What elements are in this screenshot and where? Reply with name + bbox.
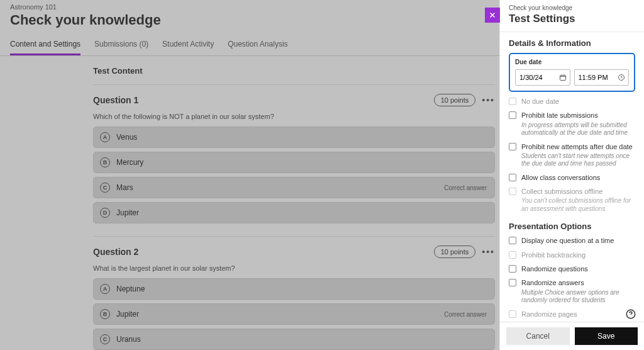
correct-tag: Correct answer xyxy=(444,184,487,191)
collect-offline-check: Collect submissions offlineYou can't col… xyxy=(509,187,635,213)
answer-choice[interactable]: CUranus xyxy=(93,329,495,350)
prohibit-back-check: Prohibit backtracking xyxy=(509,251,635,259)
question-title: Question 1 xyxy=(93,95,138,105)
close-button[interactable] xyxy=(485,8,500,23)
tab-student-activity[interactable]: Student Activity xyxy=(162,35,214,55)
rand-q-check[interactable]: Randomize questions xyxy=(509,264,635,273)
settings-panel: Check your knowledge Test Settings Detai… xyxy=(499,0,644,350)
question-prompt: Which of the following is NOT a planet i… xyxy=(93,113,495,120)
question-block: Question 2 10 points ••• What is the lar… xyxy=(93,236,495,350)
answer-choice[interactable]: CMarsCorrect answer xyxy=(93,177,495,198)
panel-kicker: Check your knowledge xyxy=(509,4,635,11)
choice-label: Neptune xyxy=(116,285,145,293)
due-date-fieldgroup: Due date xyxy=(509,53,635,92)
prohibit-late-check[interactable]: Prohibit late submissionsIn progress att… xyxy=(509,111,635,137)
choice-label: Uranus xyxy=(116,335,141,344)
calendar-icon xyxy=(559,74,567,81)
rand-pages-check: Randomize pages xyxy=(509,310,635,319)
question-title: Question 2 xyxy=(93,247,138,257)
details-title: Details & Information xyxy=(509,38,635,48)
due-date-legend: Due date xyxy=(515,59,629,65)
display-one-check[interactable]: Display one question at a time xyxy=(509,236,635,245)
answer-choice[interactable]: DJupiter xyxy=(93,202,495,223)
choice-label: Venus xyxy=(116,133,137,142)
allow-class-check[interactable]: Allow class conversations xyxy=(509,173,635,182)
choice-letter: C xyxy=(100,334,110,344)
rand-a-check[interactable]: Randomize answersMultiple Choice answer … xyxy=(509,278,635,304)
choice-label: Jupiter xyxy=(116,208,139,217)
more-icon[interactable]: ••• xyxy=(482,247,495,257)
test-content-title: Test Content xyxy=(93,66,495,76)
cancel-button[interactable]: Cancel xyxy=(506,327,570,345)
tab-question-analysis[interactable]: Question Analysis xyxy=(228,35,287,55)
question-block: Question 1 10 points ••• Which of the fo… xyxy=(93,84,495,236)
panel-title: Test Settings xyxy=(509,13,635,25)
answer-choice[interactable]: BJupiterCorrect answer xyxy=(93,303,495,325)
points-pill[interactable]: 10 points xyxy=(434,246,476,258)
correct-tag: Correct answer xyxy=(444,311,487,318)
prohibit-new-check[interactable]: Prohibit new attempts after due dateStud… xyxy=(509,142,635,168)
choice-letter: B xyxy=(100,309,110,319)
choice-label: Mars xyxy=(116,183,133,192)
question-prompt: What is the largest planet in our solar … xyxy=(93,264,495,272)
choice-letter: C xyxy=(100,183,110,193)
tab-content-settings[interactable]: Content and Settings xyxy=(10,35,80,55)
choice-letter: D xyxy=(100,208,110,218)
answer-choice[interactable]: BMercury xyxy=(93,152,495,173)
answer-choice[interactable]: AVenus xyxy=(93,127,495,148)
choice-label: Mercury xyxy=(116,158,143,167)
no-due-date-check: No due date xyxy=(509,97,635,106)
choice-label: Jupiter xyxy=(116,310,139,319)
choice-letter: B xyxy=(100,157,110,167)
help-icon[interactable] xyxy=(625,308,636,320)
answer-choice[interactable]: ANeptune xyxy=(93,278,495,300)
points-pill[interactable]: 10 points xyxy=(434,94,476,106)
tab-submissions[interactable]: Submissions (0) xyxy=(94,35,148,55)
svg-rect-5 xyxy=(560,76,565,81)
choice-letter: A xyxy=(100,132,110,142)
save-button[interactable]: Save xyxy=(575,327,638,345)
close-icon xyxy=(488,11,497,20)
choice-letter: A xyxy=(100,284,110,294)
clock-icon xyxy=(618,74,625,81)
more-icon[interactable]: ••• xyxy=(482,95,495,105)
presentation-title: Presentation Options xyxy=(509,222,635,231)
